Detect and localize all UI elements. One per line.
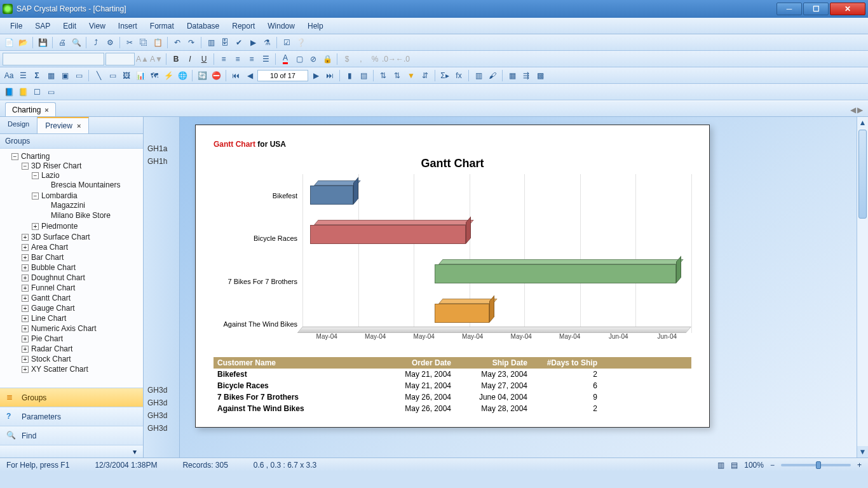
close-button[interactable]: ✕ <box>830 3 865 15</box>
decrease-font-button[interactable]: A▼ <box>150 53 163 65</box>
stack-overflow-icon[interactable]: ▾ <box>133 447 137 456</box>
insert-subreport-button[interactable]: ▭ <box>72 69 85 82</box>
scroll-down-icon[interactable]: ▼ <box>857 446 868 458</box>
last-page-button[interactable] <box>323 69 336 82</box>
add-to-repo-button[interactable]: ▭ <box>44 86 57 98</box>
insert-crosstab-button[interactable] <box>44 69 57 82</box>
options-button[interactable]: ⚙ <box>104 36 116 49</box>
menu-window[interactable]: Window <box>261 19 301 33</box>
layout-icon[interactable]: ▥ <box>717 461 724 470</box>
scroll-track[interactable] <box>857 128 868 446</box>
percent-button[interactable]: % <box>369 53 381 65</box>
new-button[interactable] <box>3 36 15 49</box>
tab-preview[interactable]: Preview × <box>37 117 89 133</box>
section-gh1a[interactable]: GH1a <box>144 142 179 155</box>
tree-node-bubble[interactable]: Bubble Chart <box>31 263 76 272</box>
print-button[interactable] <box>56 36 69 49</box>
scroll-thumb[interactable] <box>858 130 867 219</box>
tree-expand-icon[interactable]: + <box>22 254 29 261</box>
find-in-repo-button[interactable]: ☐ <box>31 86 43 98</box>
cut-button[interactable] <box>123 36 136 49</box>
record-sort-button[interactable]: ⇵ <box>419 69 431 82</box>
tree-expand-icon[interactable]: + <box>22 285 29 292</box>
tree-expand-icon[interactable]: + <box>22 336 29 342</box>
formula-workshop-button[interactable]: ⚗ <box>261 36 273 49</box>
database-expert-button[interactable] <box>219 36 231 49</box>
format-painter-button[interactable]: 🖌 <box>486 69 499 82</box>
vertical-scrollbar[interactable]: ▲ ▼ <box>857 117 868 458</box>
menu-insert[interactable]: Insert <box>112 19 144 33</box>
copy-button[interactable] <box>137 36 150 49</box>
report-page[interactable]: Gantt Chart for USA Gantt Chart Bikefest… <box>195 125 710 428</box>
bold-button[interactable] <box>170 53 182 65</box>
report-canvas[interactable]: Gantt Chart for USA Gantt Chart Bikefest… <box>179 117 857 458</box>
tree-node-lombardia[interactable]: Lombardia <box>41 191 78 200</box>
tree-node-line[interactable]: Line Chart <box>31 314 66 323</box>
insert-group-button[interactable]: ☰ <box>17 69 29 82</box>
insert-picture-button[interactable]: 🖼 <box>120 69 133 82</box>
gantt-bar-bikefest[interactable] <box>310 180 353 205</box>
tab-scroll-left-icon[interactable]: ◀ <box>850 105 856 114</box>
zoom-out-button[interactable]: − <box>770 461 775 470</box>
suppress-button[interactable]: ⊘ <box>307 53 320 65</box>
document-tab-charting[interactable]: Charting × <box>5 102 56 116</box>
gantt-bar-bicycle-races[interactable] <box>310 220 466 244</box>
group-tree[interactable]: −Charting −3D Riser Chart −Lazio Brescia… <box>0 149 143 388</box>
repository-button[interactable]: ▩ <box>534 69 546 82</box>
section-expert-button[interactable]: ▤ <box>357 69 370 82</box>
tree-node-piedmonte[interactable]: Piedmonte <box>41 222 78 231</box>
section-gh3d[interactable]: GH3d <box>144 396 179 409</box>
first-page-button[interactable] <box>229 69 242 82</box>
gantt-bar-against-wind[interactable] <box>435 299 489 323</box>
tree-node-lazio[interactable]: Lazio <box>41 171 60 180</box>
tree-node-area[interactable]: Area Chart <box>31 243 68 252</box>
print-preview-button[interactable] <box>70 36 83 49</box>
tab-design[interactable]: Design <box>0 117 37 133</box>
insert-box-button[interactable]: ▭ <box>106 69 119 82</box>
tree-node-doughnut[interactable]: Doughnut Chart <box>31 273 85 282</box>
decrease-decimals-button[interactable]: ←.0 <box>397 53 409 65</box>
insert-text-button[interactable]: Aa <box>3 69 15 82</box>
tree-node-funnel[interactable]: Funnel Chart <box>31 283 75 292</box>
paste-button[interactable] <box>151 36 164 49</box>
insert-web-button[interactable] <box>176 69 189 82</box>
menu-sap[interactable]: SAP <box>29 19 57 33</box>
insert-map-button[interactable]: 🗺 <box>148 69 161 82</box>
workbench-open-button[interactable] <box>17 86 29 98</box>
tree-expand-icon[interactable]: + <box>22 305 29 312</box>
refresh-button[interactable] <box>196 69 208 82</box>
tree-node-radar[interactable]: Radar Chart <box>31 344 72 353</box>
zoom-slider[interactable] <box>781 464 851 466</box>
insert-flash-button[interactable]: ⚡ <box>162 69 175 82</box>
insert-line-button[interactable]: ╲ <box>92 69 105 82</box>
zoom-in-button[interactable]: + <box>857 461 862 470</box>
select-expert-button[interactable]: ☑ <box>280 36 293 49</box>
font-family-dropdown[interactable] <box>3 53 104 65</box>
thousands-button[interactable]: , <box>355 53 367 65</box>
align-center-button[interactable] <box>231 53 244 65</box>
borders-button[interactable]: ▢ <box>293 53 306 65</box>
save-button[interactable] <box>36 36 49 49</box>
section-gh3d[interactable]: GH3d <box>144 409 179 422</box>
page-layout-icon[interactable]: ▤ <box>731 461 738 470</box>
tree-expand-icon[interactable]: + <box>32 223 39 230</box>
align-left-button[interactable] <box>217 53 230 65</box>
tree-expand-icon[interactable]: + <box>22 356 29 363</box>
insert-chart-button[interactable] <box>134 69 147 82</box>
tree-expand-icon[interactable]: + <box>22 315 29 322</box>
tree-node-stock[interactable]: Stock Chart <box>31 355 71 363</box>
tab-scroll-right-icon[interactable]: ▶ <box>857 105 863 114</box>
tree-node-3d-riser[interactable]: 3D Riser Chart <box>31 161 81 170</box>
toggle-panel-button[interactable]: ▥ <box>205 36 217 49</box>
menu-file[interactable]: File <box>4 19 29 33</box>
menu-view[interactable]: View <box>83 19 112 33</box>
stack-groups-button[interactable]: Groups <box>0 388 143 407</box>
next-page-button[interactable] <box>309 69 322 82</box>
align-justify-button[interactable]: ☰ <box>259 53 272 65</box>
export-button[interactable]: ⤴ <box>90 36 102 49</box>
tree-expand-icon[interactable]: + <box>22 325 29 332</box>
tree-leaf-brescia[interactable]: Brescia Mountainers <box>51 180 120 189</box>
tree-expand-icon[interactable]: + <box>22 234 29 241</box>
stack-parameters-button[interactable]: Parameters <box>0 407 143 426</box>
currency-button[interactable]: $ <box>341 53 353 65</box>
